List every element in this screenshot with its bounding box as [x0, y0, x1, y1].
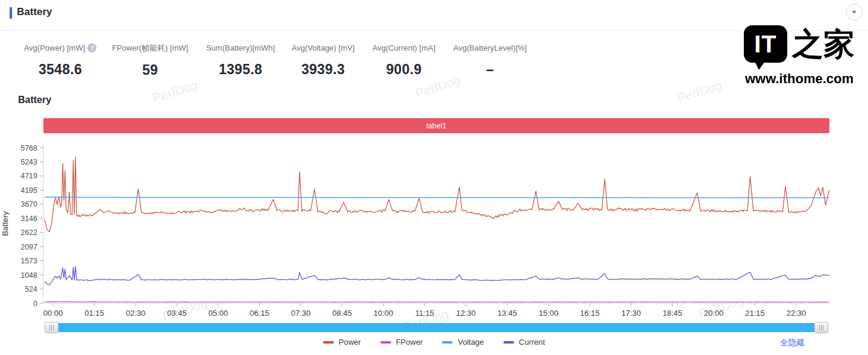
y-tick-label: 4719 — [20, 172, 37, 180]
fpower-line — [45, 302, 829, 303]
x-tick-label: 12:30 — [456, 309, 476, 318]
x-tick-label: 13:45 — [497, 309, 517, 318]
x-tick-label: 07:30 — [291, 309, 311, 318]
y-tick-label: 2622 — [20, 228, 37, 237]
legend-dash-icon — [323, 341, 334, 344]
range-handle-right[interactable] — [814, 322, 828, 333]
y-tick-label: 1048 — [20, 271, 37, 280]
y-tick-label: 2097 — [20, 243, 37, 251]
x-tick-label: 16:15 — [580, 309, 600, 318]
x-tick-label: 21:15 — [745, 309, 765, 318]
y-tick-label: 524 — [25, 285, 37, 294]
x-tick-label: 01:15 — [84, 309, 104, 318]
y-tick-label: 0 — [33, 300, 37, 308]
legend-label: Power — [339, 338, 361, 347]
y-tick-label: 5768 — [20, 144, 37, 152]
legend-item-voltage[interactable]: Voltage — [442, 338, 483, 347]
x-tick-label: 18:45 — [662, 309, 682, 318]
y-axis-title: Battery — [1, 211, 10, 236]
x-tick-label: 08:45 — [332, 309, 352, 318]
x-tick-label: 10:00 — [374, 309, 394, 318]
legend-label: Current — [519, 338, 545, 347]
y-tick-label: 3670 — [20, 200, 37, 209]
x-tick-label: 06:15 — [250, 309, 269, 318]
x-tick-label: 00:00 — [43, 309, 63, 318]
y-tick-label: 3146 — [20, 215, 37, 223]
collapse-panel-button[interactable]: ▼ — [846, 4, 863, 20]
stat-avg-batterylevel: Avg(BatteryLevel)[%] – — [424, 42, 556, 78]
perfdog-battery-panel: PerfDog PerfDog PerfDog PerfDog PerfDog … — [0, 0, 868, 355]
legend-label: FPower — [396, 338, 423, 347]
hide-all-link[interactable]: 全隐藏 — [780, 338, 805, 348]
legend-item-current[interactable]: Current — [503, 338, 545, 347]
perfdog-watermark: PerfDog — [151, 78, 200, 106]
x-tick-label: 17:30 — [621, 309, 641, 318]
current-line — [45, 266, 829, 284]
chevron-down-icon: ▼ — [851, 10, 858, 15]
perfdog-watermark: PerfDog — [697, 294, 746, 322]
legend-dash-icon — [380, 341, 391, 344]
perfdog-watermark: PerfDog — [160, 296, 209, 324]
y-tick-label: 5243 — [20, 158, 37, 166]
legend-dash-icon — [442, 341, 453, 344]
legend-label: Voltage — [458, 338, 483, 347]
header-divider — [0, 30, 868, 31]
page-title: Battery — [17, 6, 52, 18]
legend-item-power[interactable]: Power — [323, 338, 361, 347]
stat-value: – — [424, 61, 556, 78]
header-accent-bar — [10, 7, 12, 19]
legend-dash-icon — [503, 341, 514, 344]
ithome-url-text: www.ithome.com — [740, 71, 858, 87]
legend-item-fpower[interactable]: FPower — [380, 338, 423, 347]
power-line — [45, 157, 829, 231]
perfdog-watermark: PerfDog — [675, 78, 724, 106]
x-tick-label: 05:00 — [209, 309, 228, 318]
chart-range-scrollbar[interactable] — [45, 323, 828, 332]
chart-section-title: Battery — [18, 95, 51, 105]
y-tick-label: 4195 — [20, 186, 37, 195]
stat-label: Avg(BatteryLevel)[%] — [453, 43, 527, 52]
x-tick-label: 15:00 — [539, 309, 559, 318]
chart-legend: PowerFPowerVoltageCurrent — [0, 338, 868, 347]
stat-label: Avg(Power) [mW] — [24, 43, 86, 52]
range-handle-left[interactable] — [45, 322, 58, 333]
y-tick-label: 1573 — [20, 257, 37, 265]
x-tick-label: 22:30 — [787, 309, 807, 318]
label-band[interactable]: label1 — [43, 118, 829, 133]
voltage-line — [45, 197, 829, 198]
ithome-it-bubble-icon: IT — [744, 25, 787, 63]
x-tick-label: 02:30 — [126, 309, 146, 318]
ithome-logo: IT 之家 www.ithome.com — [740, 25, 858, 87]
ithome-zhijia-text: 之家 — [792, 25, 855, 63]
